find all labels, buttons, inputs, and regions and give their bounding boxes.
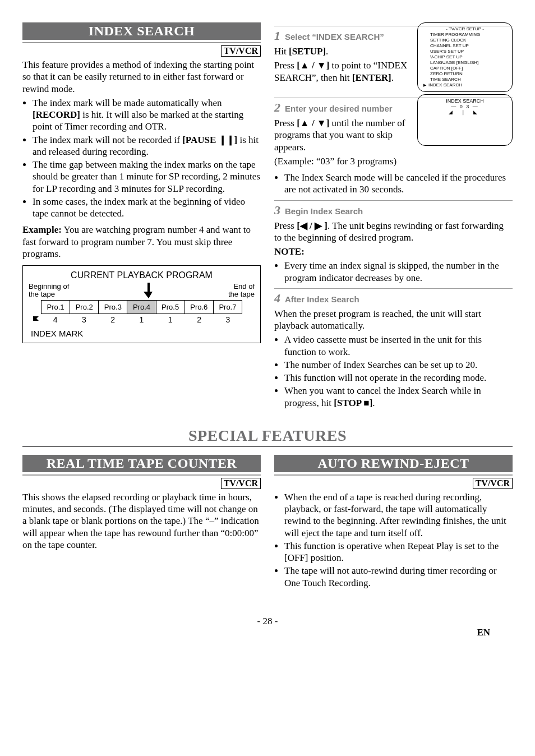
- osd-arrows-icon: ◢ ❘ ◣: [423, 109, 506, 115]
- program-table: Pro.1 Pro.2 Pro.3 Pro.4 Pro.5 Pro.6 Pro.…: [41, 300, 242, 314]
- list-item: The Index Search mode will be canceled i…: [284, 172, 513, 196]
- rule: [22, 446, 513, 447]
- osd-title: INDEX SEARCH: [423, 98, 506, 104]
- skip-number: 2: [99, 315, 127, 324]
- index-search-heading: INDEX SEARCH: [22, 22, 261, 40]
- intro-bullets: The index mark will be made automaticall…: [22, 97, 261, 220]
- skip-number: 3: [214, 315, 242, 324]
- page-number: - 28 -: [22, 616, 513, 627]
- osd-setup-menu: - TV/VCR SETUP - TIMER PROGRAMMING SETTI…: [417, 22, 513, 92]
- rttc-text: This shows the elapsed recording or play…: [22, 491, 261, 551]
- list-item: In some cases, the index mark at the beg…: [33, 196, 261, 220]
- step-number: 2: [274, 100, 280, 114]
- table-cell: Pro.2: [70, 301, 99, 314]
- table-cell: Pro.6: [185, 301, 214, 314]
- rule: [274, 474, 513, 476]
- step-text: Press [◀ / ▶ ]. The unit begins rewindin…: [274, 220, 513, 244]
- skip-number: 3: [70, 315, 98, 324]
- table-cell: Pro.1: [41, 301, 70, 314]
- end-label: End of the tape: [228, 283, 255, 299]
- list-item: The time gap between making the index ma…: [33, 159, 261, 195]
- table-cell: Pro.7: [214, 301, 242, 314]
- list-item: This function is operative when Repeat P…: [284, 540, 513, 564]
- osd-pointer-icon: INDEX SEARCH: [423, 82, 506, 88]
- step-title: Select “INDEX SEARCH”: [285, 32, 384, 42]
- begin-label: Beginning of the tape: [29, 283, 69, 299]
- rttc-heading: REAL TIME TAPE COUNTER: [22, 455, 261, 472]
- list-item: When you want to cancel the Index Search…: [284, 385, 513, 409]
- list-item: A video cassette must be inserted in the…: [284, 334, 513, 358]
- skip-number: 4: [41, 315, 70, 324]
- skip-number: 1: [127, 315, 156, 324]
- step-text: When the preset program is reached, the …: [274, 308, 513, 332]
- are-bullets: When the end of a tape is reached during…: [274, 491, 513, 589]
- special-features-heading: SPECIAL FEATURES: [22, 427, 513, 445]
- skip-number: 1: [156, 315, 185, 324]
- language-code: EN: [477, 627, 490, 638]
- list-item: Every time an index signal is skipped, t…: [284, 260, 513, 284]
- list-item: The number of Index Searches can be set …: [284, 359, 513, 371]
- step-title: Begin Index Search: [285, 206, 363, 216]
- index-mark-icon: [32, 315, 41, 325]
- rule: [22, 42, 261, 43]
- table-cell-current: Pro.4: [127, 301, 156, 314]
- tv-vcr-badge: TV/VCR: [221, 478, 261, 489]
- step-4: 4 After Index Search: [274, 288, 513, 306]
- table-cell: Pro.5: [156, 301, 185, 314]
- are-heading: AUTO REWIND-EJECT: [274, 455, 513, 472]
- list-item: The tape will not auto-rewind during tim…: [284, 565, 513, 589]
- down-arrow-icon: [144, 283, 154, 299]
- skip-number: 2: [185, 315, 213, 324]
- step-number: 3: [274, 203, 280, 217]
- step-3: 3 Begin Index Search: [274, 200, 513, 218]
- osd-value: — 0 3 —: [423, 104, 506, 109]
- osd-title: - TV/VCR SETUP -: [423, 26, 506, 32]
- list-item: The index mark will be made automaticall…: [33, 97, 261, 133]
- playback-title: CURRENT PLAYBACK PROGRAM: [29, 270, 255, 280]
- step-bullets: The Index Search mode will be canceled i…: [274, 172, 513, 196]
- list-item: This function will not operate in the re…: [284, 372, 513, 384]
- note-label: NOTE:: [274, 246, 513, 257]
- tv-vcr-badge: TV/VCR: [473, 478, 513, 489]
- table-cell: Pro.3: [99, 301, 127, 314]
- step-title: Enter your desired number: [285, 104, 393, 113]
- playback-diagram: CURRENT PLAYBACK PROGRAM Beginning of th…: [22, 265, 261, 343]
- intro-text: This feature provides a method of indexi…: [22, 59, 261, 95]
- rule: [22, 474, 261, 476]
- step-bullets: A video cassette must be inserted in the…: [274, 334, 513, 409]
- step-number: 4: [274, 291, 280, 305]
- list-item: The index mark will not be recorded if […: [33, 134, 261, 158]
- step-text: (Example: “03” for 3 programs): [274, 155, 513, 167]
- osd-index-search: INDEX SEARCH — 0 3 — ◢ ❘ ◣: [417, 94, 513, 146]
- step-number: 1: [274, 29, 280, 43]
- example-paragraph: Example: You are watching program number…: [22, 224, 261, 260]
- list-item: When the end of a tape is reached during…: [284, 491, 513, 539]
- step-bullets: Every time an index signal is skipped, t…: [274, 260, 513, 284]
- tv-vcr-badge: TV/VCR: [221, 45, 261, 57]
- index-mark-label: INDEX MARK: [31, 329, 255, 338]
- step-title: After Index Search: [285, 294, 359, 304]
